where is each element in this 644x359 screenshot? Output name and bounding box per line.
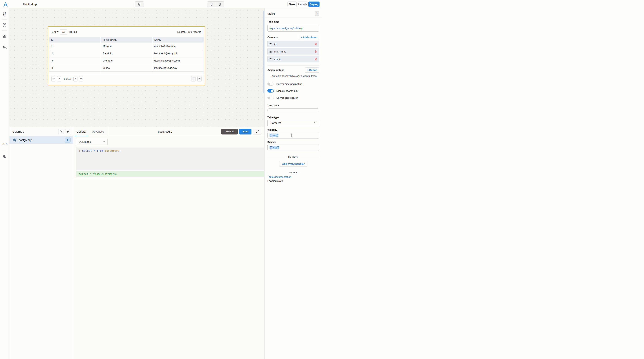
page-info: 1 of 10 <box>64 77 71 80</box>
delete-column-icon[interactable] <box>314 50 317 53</box>
server-side-pagination-toggle[interactable] <box>268 82 274 86</box>
visibility-input[interactable]: {{true}} <box>268 132 319 138</box>
table-row[interactable]: 4 Judas jfounds3@usgs.gov <box>49 64 204 72</box>
table-data-input[interactable]: {{queries.postgresql1.data}} <box>268 25 319 32</box>
pagination-last-button[interactable]: >> <box>79 76 83 81</box>
save-button[interactable]: Save <box>239 129 252 134</box>
toggle-label: Server-side pagination <box>276 82 302 85</box>
column-header-email[interactable]: EMAIL <box>152 37 204 42</box>
preview-button[interactable]: Preview <box>221 129 238 134</box>
cell-email[interactable]: gcastiblanco2@ft.com <box>152 57 204 64</box>
filter-icon <box>192 77 195 80</box>
query-list-item-postgresql1[interactable]: postgresql1 <box>10 136 73 144</box>
json-file-nav-button[interactable]: {;}JSON <box>0 8 9 19</box>
download-icon <box>198 77 201 80</box>
sql-mode-select[interactable]: SQL mode <box>76 139 108 145</box>
pagination-next-button[interactable]: > <box>74 76 78 81</box>
query-editor-header: General Advanced postgresql1 Preview Sav… <box>74 127 264 136</box>
launch-button[interactable]: Launch <box>298 1 307 7</box>
drag-handle-icon[interactable] <box>270 50 272 53</box>
appsmith-logo-icon[interactable] <box>3 1 8 7</box>
widget-name[interactable]: table1 <box>268 12 275 15</box>
sql-code-editor[interactable]: 1select * from customers; <box>76 147 264 170</box>
cell-email[interactable]: jfounds3@usgs.gov <box>152 64 204 71</box>
search-queries-button[interactable] <box>58 129 64 134</box>
cell-first-name[interactable]: Gloriane <box>101 57 152 64</box>
column-name[interactable]: id <box>274 43 314 46</box>
editor-divider <box>74 179 264 179</box>
cell-id[interactable]: 1 <box>49 42 101 50</box>
canvas-size-mobile-button[interactable] <box>216 1 224 7</box>
column-item-email[interactable]: email <box>268 56 319 62</box>
delete-column-icon[interactable] <box>314 42 317 46</box>
download-button[interactable] <box>198 76 202 81</box>
deploy-button[interactable]: Deploy <box>308 1 320 7</box>
table-widget[interactable]: Show 10 entries Search: 100 records ID F… <box>48 26 205 85</box>
text-color-input[interactable] <box>268 108 319 112</box>
canvas-scrollbar[interactable] <box>263 11 264 93</box>
page-size-input[interactable]: 10 <box>60 29 67 34</box>
sql-keyword: from <box>95 149 105 152</box>
canvas-size-toggle <box>207 1 224 7</box>
tab-general[interactable]: General <box>74 127 89 136</box>
display-search-box-toggle[interactable] <box>268 89 274 92</box>
tab-advanced[interactable]: Advanced <box>89 127 107 136</box>
undo-arrow-icon <box>2 45 7 49</box>
table-data-label: Table data <box>268 20 319 23</box>
cell-id[interactable]: 3 <box>49 57 101 64</box>
records-count[interactable]: 100 records <box>188 30 201 33</box>
tablet-icon <box>138 3 141 6</box>
undo-nav-button[interactable] <box>0 42 9 53</box>
table-documentation-link[interactable]: Table documentation <box>268 175 319 178</box>
add-column-button[interactable]: + Add column <box>298 35 319 40</box>
column-name[interactable]: email <box>274 58 314 60</box>
drag-handle-icon[interactable] <box>270 58 272 60</box>
toggle-label: Display search box <box>276 89 298 92</box>
add-action-button[interactable]: + Button <box>305 67 319 73</box>
visibility-label: Visibility <box>268 129 319 131</box>
delete-column-icon[interactable] <box>314 57 317 60</box>
column-name[interactable]: first_name <box>274 50 314 53</box>
cell-id[interactable]: 2 <box>49 50 101 57</box>
canvas-size-tablet-button[interactable] <box>135 1 144 7</box>
table-row[interactable]: 3 Gloriane gcastiblanco2@ft.com <box>49 57 204 64</box>
run-query-button[interactable] <box>65 138 70 143</box>
cell-first-name[interactable]: Morgen <box>101 42 152 50</box>
top-bar: Untitled app Share Launch Deploy <box>0 0 322 8</box>
table-row[interactable]: 1 Morgen mfeasby0@who.int <box>49 42 204 50</box>
share-button[interactable]: Share <box>288 1 296 7</box>
drag-handle-icon[interactable] <box>270 43 272 45</box>
server-side-search-toggle[interactable] <box>268 96 274 99</box>
canvas-size-desktop-button[interactable] <box>207 1 216 7</box>
cell-first-name[interactable]: Baudoin <box>101 50 152 57</box>
cell-id[interactable]: 4 <box>49 64 101 71</box>
disable-label: Disable <box>268 141 319 143</box>
table-row[interactable]: 2 Baudoin bstuther1@army.mil <box>49 50 204 57</box>
zoom-level-indicator: 100 % <box>0 143 9 145</box>
column-item-id[interactable]: id <box>268 41 319 47</box>
sql-star: * <box>93 149 95 152</box>
pagination-prev-button[interactable]: < <box>57 76 61 81</box>
add-event-handler-button[interactable]: Add event handler <box>279 161 308 167</box>
filter-button[interactable] <box>191 76 196 81</box>
query-title[interactable]: postgresql1 <box>109 127 221 136</box>
column-header-first-name[interactable]: FIRST_NAME <box>101 37 152 42</box>
close-property-pane-button[interactable]: x <box>315 11 319 16</box>
datasources-nav-button[interactable] <box>0 19 9 30</box>
cell-email[interactable]: bstuther1@army.mil <box>152 50 204 57</box>
bug-icon <box>2 34 7 38</box>
theme-toggle-button[interactable] <box>0 154 9 158</box>
debugger-nav-button[interactable] <box>0 31 9 41</box>
cell-first-name[interactable]: Judas <box>101 64 152 71</box>
column-item-first-name[interactable]: first_name <box>268 48 319 55</box>
expand-editor-button[interactable] <box>253 129 262 134</box>
sql-semicolon: ; <box>119 149 121 152</box>
disable-input[interactable]: {{false}} <box>268 144 319 151</box>
app-title[interactable]: Untitled app <box>23 2 38 6</box>
pagination-first-button[interactable]: << <box>51 76 56 81</box>
table-type-select[interactable]: Bordered <box>268 120 319 126</box>
column-header-id[interactable]: ID <box>49 37 101 42</box>
add-query-button[interactable] <box>65 129 70 134</box>
bottom-pane: QUERIES postgresql1 General Advanced pos… <box>10 127 264 179</box>
cell-email[interactable]: mfeasby0@who.int <box>152 42 204 50</box>
